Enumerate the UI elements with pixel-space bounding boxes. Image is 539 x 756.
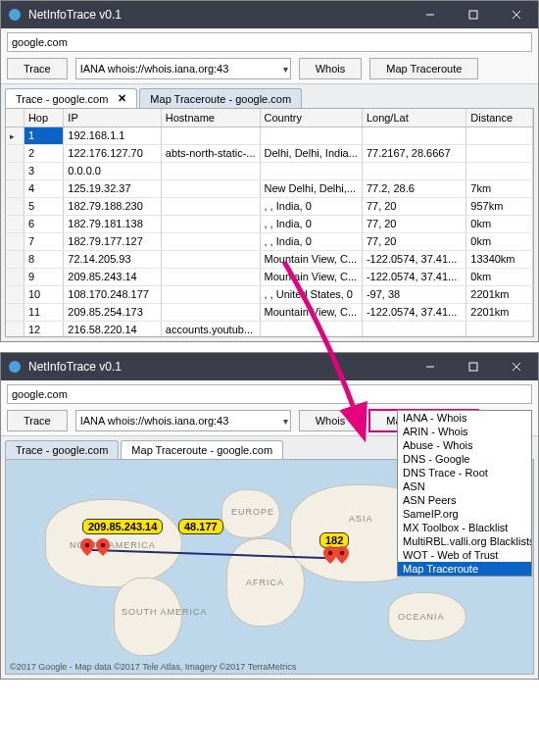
table-row[interactable]: 4 125.19.32.37 New Delhi, Delhi,... 77.2… bbox=[6, 179, 533, 197]
cell-country[interactable]: Mountain View, C... bbox=[260, 250, 362, 268]
cell-hostname[interactable] bbox=[161, 268, 260, 285]
cell-country[interactable] bbox=[260, 162, 362, 179]
dropdown-item[interactable]: MX Toolbox - Blacklist bbox=[398, 521, 531, 534]
dropdown-item[interactable]: SameIP.org bbox=[398, 507, 531, 521]
whois-button[interactable]: Whois bbox=[299, 58, 363, 79]
cell-longlat[interactable]: 77.2167, 28.6667 bbox=[362, 144, 466, 162]
cell-hostname[interactable] bbox=[161, 197, 260, 215]
cell-distance[interactable]: 0km bbox=[466, 268, 533, 285]
cell-hop[interactable]: 8 bbox=[24, 250, 63, 268]
maximize-button[interactable] bbox=[452, 353, 495, 380]
cell-hostname[interactable]: accounts.youtub... bbox=[161, 321, 260, 337]
cell-hop[interactable]: 10 bbox=[24, 285, 63, 303]
titlebar[interactable]: NetInfoTrace v0.1 bbox=[1, 1, 538, 28]
whois-server-combo[interactable]: IANA whois://whois.iana.org:43▾ bbox=[75, 410, 291, 431]
map-pin-icon[interactable] bbox=[80, 538, 94, 556]
cell-country[interactable]: Mountain View, C... bbox=[260, 303, 362, 321]
cell-longlat[interactable]: -122.0574, 37.41... bbox=[362, 303, 466, 321]
cell-distance[interactable]: 2201km bbox=[466, 285, 533, 303]
cell-distance[interactable]: 957km bbox=[466, 197, 533, 215]
ip-bubble[interactable]: 48.177 bbox=[178, 519, 223, 534]
cell-longlat[interactable]: 77.2, 28.6 bbox=[362, 179, 466, 197]
trace-button[interactable]: Trace bbox=[7, 58, 68, 79]
close-button[interactable] bbox=[495, 1, 538, 28]
table-row[interactable]: 11 209.85.254.173 Mountain View, C... -1… bbox=[6, 303, 533, 321]
col-longlat[interactable]: Long/Lat bbox=[362, 109, 466, 126]
cell-ip[interactable]: 209.85.254.173 bbox=[64, 303, 161, 321]
cell-distance[interactable]: 0km bbox=[466, 232, 533, 250]
cell-ip[interactable]: 0.0.0.0 bbox=[64, 162, 161, 179]
close-button[interactable] bbox=[495, 353, 538, 380]
cell-ip[interactable]: 122.176.127.70 bbox=[64, 144, 161, 162]
cell-hostname[interactable] bbox=[161, 303, 260, 321]
trace-button[interactable]: Trace bbox=[7, 410, 68, 431]
cell-distance[interactable] bbox=[466, 126, 533, 144]
cell-country[interactable]: Mountain View, C... bbox=[260, 268, 362, 285]
tab-trace[interactable]: Trace - google.com✕ bbox=[5, 88, 137, 108]
tab-map-traceroute[interactable]: Map Traceroute - google.com bbox=[121, 440, 283, 459]
cell-hop[interactable]: 11 bbox=[24, 303, 63, 321]
cell-country[interactable]: , , India, 0 bbox=[260, 232, 362, 250]
cell-ip[interactable]: 182.79.188.230 bbox=[64, 197, 161, 215]
titlebar[interactable]: NetInfoTrace v0.1 bbox=[1, 353, 538, 380]
cell-ip[interactable]: 182.79.181.138 bbox=[64, 215, 161, 232]
cell-longlat[interactable]: -122.0574, 37.41... bbox=[362, 250, 466, 268]
table-row[interactable]: 3 0.0.0.0 bbox=[6, 162, 533, 179]
cell-distance[interactable]: 13340km bbox=[466, 250, 533, 268]
cell-hop[interactable]: 7 bbox=[24, 232, 63, 250]
cell-distance[interactable]: 7km bbox=[466, 179, 533, 197]
cell-longlat[interactable]: -97, 38 bbox=[362, 285, 466, 303]
dropdown-item[interactable]: IANA - Whois bbox=[398, 411, 531, 425]
cell-hostname[interactable] bbox=[161, 162, 260, 179]
url-input[interactable] bbox=[7, 384, 532, 404]
whois-server-combo[interactable]: IANA whois://whois.iana.org:43▾ bbox=[75, 58, 291, 79]
cell-distance[interactable]: 2201km bbox=[466, 303, 533, 321]
cell-hostname[interactable] bbox=[161, 285, 260, 303]
cell-longlat[interactable] bbox=[362, 321, 466, 337]
cell-country[interactable]: , , United States, 0 bbox=[260, 285, 362, 303]
table-row[interactable]: 6 182.79.181.138 , , India, 0 77, 20 0km bbox=[6, 215, 533, 232]
dropdown-item[interactable]: ASN bbox=[398, 479, 531, 493]
col-country[interactable]: Country bbox=[260, 109, 362, 126]
cell-ip[interactable]: 216.58.220.14 bbox=[64, 321, 161, 337]
table-row[interactable]: 9 209.85.243.14 Mountain View, C... -122… bbox=[6, 268, 533, 285]
dropdown-item[interactable]: DNS Trace - Root bbox=[398, 466, 531, 479]
col-hostname[interactable]: Hostname bbox=[161, 109, 260, 126]
cell-country[interactable]: , , India, 0 bbox=[260, 197, 362, 215]
cell-hop[interactable]: 5 bbox=[24, 197, 63, 215]
tab-map-traceroute[interactable]: Map Traceroute - google.com bbox=[139, 88, 302, 108]
cell-longlat[interactable]: 77, 20 bbox=[362, 197, 466, 215]
cell-hostname[interactable] bbox=[161, 250, 260, 268]
cell-country[interactable]: , , India, 0 bbox=[260, 215, 362, 232]
tab-trace[interactable]: Trace - google.com bbox=[5, 440, 119, 459]
cell-hostname[interactable] bbox=[161, 232, 260, 250]
cell-distance[interactable] bbox=[466, 144, 533, 162]
cell-longlat[interactable]: 77, 20 bbox=[362, 215, 466, 232]
table-row[interactable]: 2 122.176.127.70 abts-north-static-... D… bbox=[6, 144, 533, 162]
cell-longlat[interactable] bbox=[362, 162, 466, 179]
cell-hop[interactable]: 9 bbox=[24, 268, 63, 285]
dropdown-item[interactable]: WOT - Web of Trust bbox=[398, 548, 531, 562]
ip-bubble[interactable]: 209.85.243.14 bbox=[82, 519, 163, 534]
cell-hop[interactable]: 6 bbox=[24, 215, 63, 232]
dropdown-item[interactable]: ARIN - Whois bbox=[398, 425, 531, 438]
cell-hop[interactable]: 1 bbox=[24, 126, 63, 144]
dropdown-item[interactable]: DNS - Google bbox=[398, 452, 531, 466]
cell-ip[interactable]: 209.85.243.14 bbox=[64, 268, 161, 285]
cell-distance[interactable]: 0km bbox=[466, 215, 533, 232]
cell-hop[interactable]: 3 bbox=[24, 162, 63, 179]
cell-ip[interactable]: 72.14.205.93 bbox=[64, 250, 161, 268]
action-dropdown[interactable]: IANA - WhoisARIN - WhoisAbuse - WhoisDNS… bbox=[397, 410, 532, 577]
maximize-button[interactable] bbox=[452, 1, 495, 28]
cell-hostname[interactable] bbox=[161, 215, 260, 232]
cell-hostname[interactable] bbox=[161, 179, 260, 197]
cell-hop[interactable]: 12 bbox=[24, 321, 63, 337]
cell-longlat[interactable] bbox=[362, 126, 466, 144]
map-pin-icon[interactable] bbox=[96, 538, 110, 556]
table-row[interactable]: 5 182.79.188.230 , , India, 0 77, 20 957… bbox=[6, 197, 533, 215]
cell-longlat[interactable]: -122.0574, 37.41... bbox=[362, 268, 466, 285]
cell-ip[interactable]: 182.79.177.127 bbox=[64, 232, 161, 250]
col-distance[interactable]: Distance bbox=[466, 109, 533, 126]
whois-button[interactable]: Whois bbox=[299, 410, 363, 431]
table-row[interactable]: 8 72.14.205.93 Mountain View, C... -122.… bbox=[6, 250, 533, 268]
